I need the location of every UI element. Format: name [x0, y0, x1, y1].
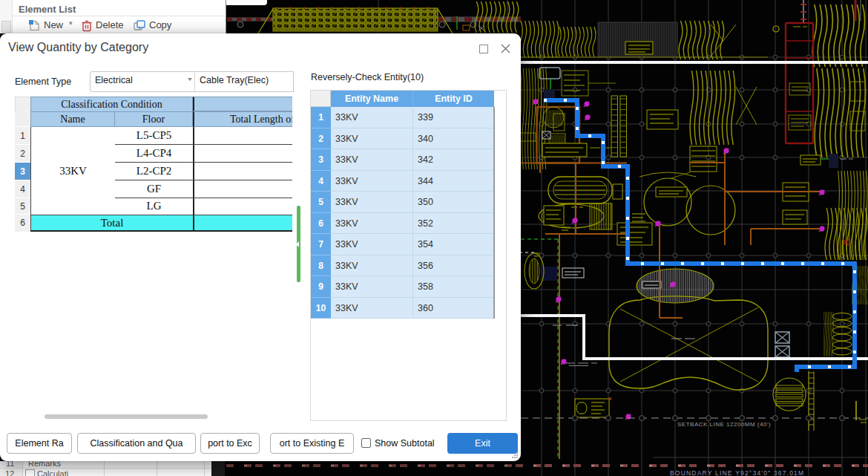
- svg-text:SETBACK LINE 12200MM (40'): SETBACK LINE 12200MM (40'): [677, 421, 771, 428]
- svg-text:BOUNDARY LINE Y92°34'0" 3: BOUNDARY LINE Y92°34'0" 367.01M: [670, 469, 804, 476]
